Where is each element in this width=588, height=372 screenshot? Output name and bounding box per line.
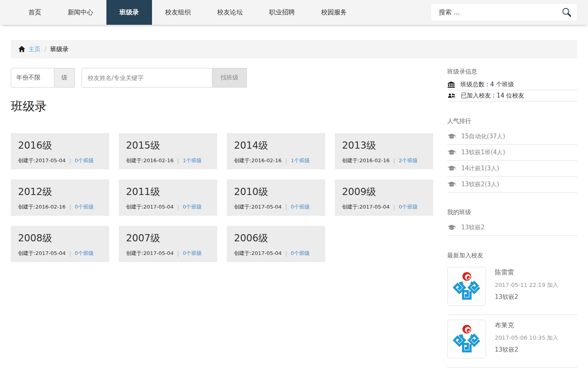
- card-created-date: 创建于:2017-05-04: [18, 250, 66, 257]
- ranking-item[interactable]: 13软嵌2(3人): [447, 177, 577, 193]
- sidebar: 班级录信息: [447, 68, 577, 368]
- card-class-count-link[interactable]: 0个班级: [183, 250, 202, 257]
- my-classes-section: 我的班级 13软嵌2: [447, 209, 577, 236]
- avatar[interactable]: [447, 267, 486, 306]
- directory-info-section: 班级录信息: [447, 68, 577, 101]
- school-logo-icon: [450, 322, 484, 356]
- breadcrumb-home-link[interactable]: 主页: [28, 46, 40, 53]
- card-created-date: 创建于:2016-02-16: [234, 157, 282, 164]
- breadcrumb-current: 班级录: [50, 46, 68, 53]
- ranking-item[interactable]: 15自动化(37人): [447, 129, 577, 145]
- my-class-item[interactable]: 13软嵌2: [447, 220, 577, 236]
- graduation-cap-icon: [448, 165, 456, 171]
- class-year-card: 2007级 创建于:2017-05-04 | 0个班级: [119, 226, 217, 262]
- main-content: 年份不限 级 找班级 班级录 2016级 创建于:2017-05-04 | 0个…: [11, 68, 434, 368]
- class-year-card: 2016级 创建于:2017-05-04 | 0个班级: [11, 133, 109, 169]
- nav-item-campus-services[interactable]: 校园服务: [308, 0, 360, 25]
- nav-item-news[interactable]: 新闻中心: [54, 0, 106, 25]
- alumni-name[interactable]: 陈雷雷: [495, 269, 558, 277]
- card-created-date: 创建于:2017-05-04: [126, 203, 174, 211]
- card-year-title: 2006级: [234, 232, 318, 245]
- card-class-count-link[interactable]: 0个班级: [291, 203, 310, 211]
- card-separator: |: [393, 157, 395, 164]
- nav-item-alumni-forum[interactable]: 校友论坛: [204, 0, 256, 25]
- avatar[interactable]: [447, 320, 486, 358]
- class-filter-bar: 年份不限 级 找班级: [11, 68, 434, 88]
- card-class-count-link[interactable]: 0个班级: [183, 203, 202, 211]
- search-icon: [561, 7, 572, 18]
- search-button[interactable]: [561, 7, 572, 18]
- card-separator: |: [177, 204, 179, 210]
- section-title: 人气排行: [447, 117, 577, 125]
- alumni-class: 13软嵌2: [495, 346, 558, 354]
- ranking-class-label: 15自动化(37人): [461, 133, 505, 140]
- nav-item-jobs[interactable]: 职业招聘: [256, 0, 308, 25]
- card-year-title: 2012级: [18, 185, 102, 198]
- card-class-count-link[interactable]: 0个班级: [75, 157, 94, 164]
- alumni-list-item: 陈雷雷 2017-05-11 22:19 加入 13软嵌2: [447, 262, 577, 315]
- graduation-cap-icon: [448, 225, 456, 231]
- ranking-class-label: 14计嵌1(3人): [461, 165, 499, 172]
- class-year-card: 2012级 创建于:2016-02-16 | 0个班级: [11, 179, 109, 216]
- section-title: 班级录信息: [447, 68, 577, 75]
- alumni-join-time: 2017-05-06 10:35 加入: [495, 334, 558, 342]
- newest-alumni-section: 最新加入校友 陈雷雷 2017-05-11 22:19 加入 13软嵌2: [447, 252, 577, 368]
- class-year-card: 2013级 创建于:2016-02-16 | 2个班级: [335, 133, 433, 169]
- graduation-cap-icon: [448, 149, 456, 155]
- card-class-count-link[interactable]: 1个班级: [183, 157, 202, 164]
- card-class-count-link[interactable]: 0个班级: [75, 250, 94, 257]
- users-icon: [448, 93, 455, 99]
- search-box: [431, 3, 577, 21]
- card-class-count-link[interactable]: 0个班级: [399, 203, 418, 211]
- search-input[interactable]: [438, 8, 561, 16]
- info-text: 班级总数 : 4 个班级: [460, 81, 514, 88]
- class-year-card: 2009级 创建于:2017-05-04 | 0个班级: [335, 179, 433, 216]
- card-created-date: 创建于:2017-05-04: [342, 203, 390, 211]
- card-year-title: 2015级: [126, 139, 210, 152]
- class-year-card: 2006级 创建于:2017-05-04 | 0个班级: [227, 226, 325, 262]
- graduation-cap-icon: [448, 181, 456, 187]
- section-title: 最新加入校友: [447, 252, 577, 259]
- alumni-name[interactable]: 布莱克: [495, 321, 558, 330]
- card-class-count-link[interactable]: 1个班级: [291, 157, 310, 164]
- info-total-classes: 班级总数 : 4 个班级: [447, 79, 577, 90]
- ranking-item[interactable]: 14计嵌1(3人): [447, 161, 577, 177]
- card-created-date: 创建于:2017-05-04: [18, 157, 66, 164]
- find-class-button[interactable]: 找班级: [212, 68, 247, 88]
- class-year-card: 2011级 创建于:2017-05-04 | 0个班级: [119, 179, 217, 216]
- card-created-date: 创建于:2016-02-16: [18, 203, 66, 211]
- card-class-count-link[interactable]: 0个班级: [291, 250, 310, 257]
- card-separator: |: [393, 204, 395, 210]
- year-filter-select[interactable]: 年份不限: [11, 68, 54, 88]
- card-separator: |: [285, 157, 287, 164]
- card-year-title: 2011级: [126, 185, 210, 198]
- bank-icon: [448, 82, 455, 88]
- card-year-title: 2016级: [18, 139, 102, 152]
- keyword-input[interactable]: [82, 68, 212, 88]
- card-separator: |: [69, 204, 71, 210]
- card-class-count-link[interactable]: 0个班级: [75, 203, 94, 211]
- top-navigation: 首页 新闻中心 班级录 校友组织 校友论坛 职业招聘 校园服务: [0, 0, 588, 25]
- school-logo-icon: [450, 270, 484, 303]
- info-text: 已加入校友 : 14 位校友: [461, 92, 524, 99]
- section-title: 我的班级: [447, 209, 577, 216]
- alumni-list-item: 布莱克 2017-05-06 10:35 加入 13软嵌2: [447, 315, 577, 368]
- home-icon: [18, 46, 25, 52]
- card-class-count-link[interactable]: 2个班级: [399, 157, 418, 164]
- card-created-date: 创建于:2017-05-04: [234, 250, 282, 257]
- nav-item-class-directory[interactable]: 班级录: [106, 0, 152, 25]
- class-year-card: 2008级 创建于:2017-05-04 | 0个班级: [11, 226, 109, 262]
- card-separator: |: [177, 250, 179, 257]
- nav-item-alumni-orgs[interactable]: 校友组织: [152, 0, 204, 25]
- nav-item-home[interactable]: 首页: [15, 0, 54, 25]
- card-created-date: 创建于:2016-02-16: [126, 157, 174, 164]
- card-separator: |: [285, 204, 287, 210]
- ranking-item[interactable]: 13软嵌1班(4人): [447, 145, 577, 161]
- card-year-title: 2008级: [18, 232, 102, 245]
- card-separator: |: [69, 157, 71, 164]
- my-class-label: 13软嵌2: [461, 224, 485, 231]
- popularity-ranking-section: 人气排行 15自动化(37人): [447, 117, 577, 193]
- class-year-card: 2010级 创建于:2017-05-04 | 0个班级: [227, 179, 325, 216]
- breadcrumb-separator: /: [44, 46, 46, 53]
- card-year-title: 2014级: [234, 139, 318, 152]
